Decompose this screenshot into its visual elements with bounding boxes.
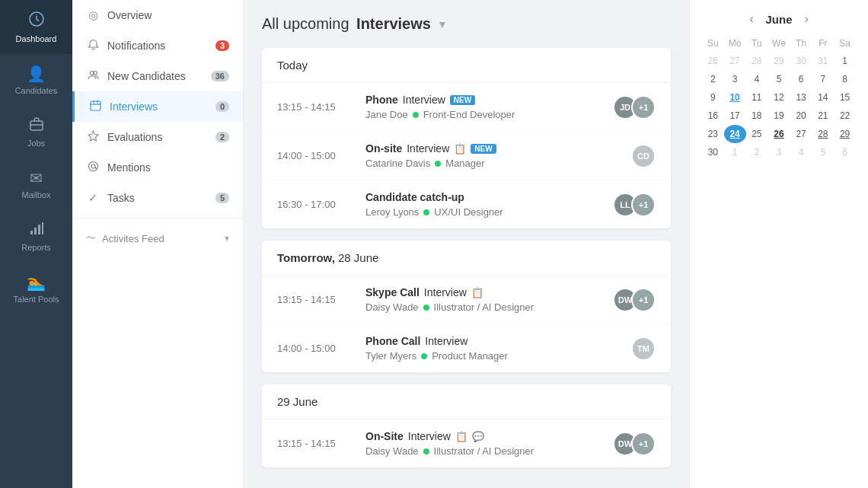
calendar-day[interactable]: 8 [834, 70, 856, 88]
calendar-day[interactable]: 14 [812, 88, 834, 107]
avatar: +1 [631, 288, 656, 312]
calendar-day[interactable]: 6 [834, 143, 856, 161]
nav-activities-feed[interactable]: 〜 Activites Feed ▾ [72, 223, 243, 254]
svg-rect-2 [30, 231, 33, 234]
calendar-day[interactable]: 12 [767, 88, 790, 107]
interview-group-today: Today 13:15 - 14:15 Phone Interview NEW … [262, 48, 671, 228]
sidebar-item-mailbox[interactable]: ✉ Mailbox [0, 158, 72, 210]
calendar-day[interactable]: 1 [834, 52, 856, 70]
new-badge: NEW [450, 95, 475, 105]
nav-item-new-candidates[interactable]: New Candidates 36 [72, 61, 243, 91]
calendar-day[interactable]: 2 [746, 143, 768, 161]
sidebar-item-jobs[interactable]: Jobs [0, 106, 72, 158]
calendar-day[interactable]: 4 [746, 70, 768, 88]
header-dropdown-icon[interactable]: ▼ [437, 18, 448, 30]
interview-avatars: JD +1 [613, 95, 656, 120]
sidebar-label-mailbox: Mailbox [22, 190, 51, 199]
nav-label-mentions: Mentions [107, 161, 151, 174]
group-header-tomorrow: Tomorrow, 28 June [262, 241, 671, 276]
nav-item-interviews[interactable]: Interviews 0 [72, 91, 243, 122]
status-dot [413, 112, 419, 118]
calendar-day[interactable]: 22 [834, 107, 856, 125]
avatar: CD [631, 144, 656, 168]
calendar-day[interactable]: 26 [702, 52, 724, 70]
group-title-june29: 29 June [277, 395, 318, 408]
calendar-day[interactable]: 29 [767, 52, 790, 70]
page-header: All upcoming Interviews ▼ [262, 15, 671, 33]
calendar-day[interactable]: 2 [702, 70, 724, 88]
calendar-day[interactable]: 3 [767, 143, 790, 161]
calendar-day[interactable]: 18 [746, 107, 768, 125]
svg-point-11 [91, 164, 95, 168]
calendar-day[interactable]: 11 [746, 88, 768, 107]
nav-item-notifications[interactable]: Notifications 3 [72, 30, 243, 61]
jobs-icon [29, 116, 44, 136]
interview-item: 14:00 - 15:00 On-site Interview 📋 NEW Ca… [262, 132, 671, 180]
calendar-weekday: We [767, 35, 790, 52]
interview-type-bold: On-site [365, 142, 402, 155]
candidate-role: Illustrator / AI Designer [434, 301, 535, 313]
reports-icon [29, 221, 44, 240]
sidebar-label-dashboard: Dashboard [16, 34, 57, 43]
calendar-day[interactable]: 3 [724, 70, 746, 88]
calendar-day[interactable]: 30 [790, 52, 812, 70]
new-candidates-badge: 36 [211, 71, 229, 81]
calendar-day[interactable]: 9 [702, 88, 724, 107]
sidebar-item-candidates[interactable]: 👤 Candidates [0, 54, 72, 106]
interview-avatars: DW +1 [613, 432, 656, 456]
calendar-panel: ‹ June › SuMoTuWeThFrSa 2627282930311234… [689, 0, 868, 488]
calendar-day[interactable]: 24 [724, 125, 746, 143]
sidebar-item-talent-pools[interactable]: 🏊 Talent Pools [0, 263, 72, 314]
calendar-day[interactable]: 1 [724, 143, 746, 161]
calendar-day[interactable]: 16 [702, 107, 724, 125]
calendar-day[interactable]: 25 [746, 125, 768, 143]
nav-label-new-candidates: New Candidates [107, 70, 186, 82]
calendar-day[interactable]: 27 [724, 52, 746, 70]
calendar-day[interactable]: 31 [812, 52, 834, 70]
nav-item-mentions[interactable]: Mentions [72, 152, 243, 183]
calendar-day[interactable]: 15 [834, 88, 856, 107]
nav-sidebar: ◎ Overview Notifications 3 New Candidate… [72, 0, 244, 488]
calendar-day[interactable]: 23 [702, 125, 724, 143]
nav-item-evaluations[interactable]: Evaluations 2 [72, 122, 243, 152]
calendar-day[interactable]: 5 [812, 143, 834, 161]
sidebar-item-reports[interactable]: Reports [0, 210, 72, 263]
calendar-day[interactable]: 6 [790, 70, 812, 88]
interviews-badge: 0 [215, 101, 229, 112]
interview-details: On-Site Interview 📋 💬 Daisy Wade Illustr… [365, 430, 601, 457]
calendar-day[interactable]: 13 [790, 88, 812, 107]
nav-label-notifications: Notifications [107, 40, 165, 52]
interview-title: On-site Interview 📋 NEW [365, 142, 619, 155]
calendar-day[interactable]: 20 [790, 107, 812, 125]
calendar-day[interactable]: 17 [724, 107, 746, 125]
candidate-role: Illustrator / AI Designer [434, 445, 535, 457]
calendar-day[interactable]: 28 [812, 125, 834, 143]
interview-item: 13:15 - 14:15 On-Site Interview 📋 💬 Dais… [262, 419, 671, 467]
page-title: All upcoming Interviews [262, 15, 431, 33]
calendar-day[interactable]: 21 [812, 107, 834, 125]
calendar-next-button[interactable]: › [805, 12, 809, 26]
calendar-day[interactable]: 26 [767, 125, 790, 143]
nav-item-tasks[interactable]: ✓ Tasks 5 [72, 183, 243, 213]
calendar-day[interactable]: 4 [790, 143, 812, 161]
calendar-day[interactable]: 5 [767, 70, 790, 88]
sidebar-item-dashboard[interactable]: Dashboard [0, 0, 72, 54]
mentions-icon [86, 161, 100, 174]
group-title-bold: Tomorrow, [277, 251, 335, 264]
calendar-day[interactable]: 27 [790, 125, 812, 143]
candidate-name: Daisy Wade [365, 445, 419, 457]
calendar-day[interactable]: 29 [834, 125, 856, 143]
nav-item-overview[interactable]: ◎ Overview [72, 0, 243, 30]
calendar-day[interactable]: 10 [724, 88, 746, 107]
interview-avatars: TM [631, 336, 656, 361]
calendar-day[interactable]: 30 [702, 143, 724, 161]
nav-label-evaluations: Evaluations [107, 131, 162, 143]
calendar-day[interactable]: 19 [767, 107, 790, 125]
new-badge: NEW [471, 144, 496, 154]
calendar-day[interactable]: 7 [812, 70, 834, 88]
calendar-prev-button[interactable]: ‹ [749, 12, 753, 26]
interview-time: 13:15 - 14:15 [277, 438, 353, 449]
calendar-day[interactable]: 28 [746, 52, 768, 70]
evaluations-icon [86, 130, 100, 144]
svg-rect-5 [42, 222, 43, 234]
